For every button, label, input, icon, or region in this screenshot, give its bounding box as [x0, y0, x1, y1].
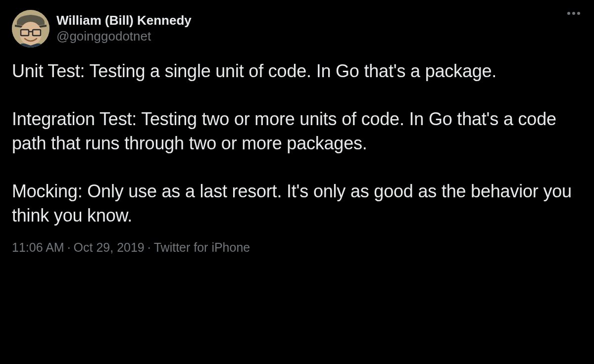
tweet-container: William (Bill) Kennedy @goinggodotnet Un…: [0, 0, 594, 265]
avatar[interactable]: [12, 10, 50, 47]
more-dot-icon: [577, 12, 580, 15]
meta-separator: ·: [67, 240, 71, 255]
more-dot-icon: [567, 12, 570, 15]
meta-separator: ·: [148, 240, 151, 255]
more-options-button[interactable]: [567, 12, 580, 15]
display-name[interactable]: William (Bill) Kennedy: [56, 13, 192, 28]
user-info: William (Bill) Kennedy @goinggodotnet: [56, 10, 192, 45]
user-handle[interactable]: @goinggodotnet: [56, 28, 192, 45]
more-dot-icon: [572, 12, 575, 15]
tweet-time[interactable]: 11:06 AM: [12, 240, 64, 255]
tweet-source[interactable]: Twitter for iPhone: [154, 240, 250, 255]
tweet-meta: 11:06 AM · Oct 29, 2019 · Twitter for iP…: [12, 240, 582, 255]
svg-point-1: [20, 22, 42, 46]
tweet-date[interactable]: Oct 29, 2019: [74, 240, 145, 255]
tweet-text: Unit Test: Testing a single unit of code…: [12, 59, 582, 228]
tweet-header: William (Bill) Kennedy @goinggodotnet: [12, 10, 582, 47]
avatar-image: [12, 10, 50, 47]
